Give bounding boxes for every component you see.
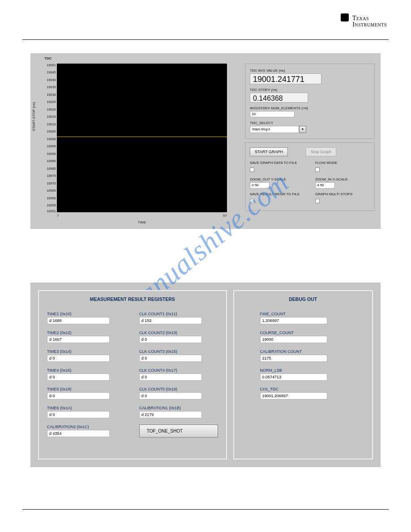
tof-one-shot-button[interactable]: TOF_ONE_SHOT [139, 425, 218, 438]
reg-value[interactable]: d 0 [139, 373, 202, 381]
controls-group: START GRAPH Stop Graph SAVE GRAPH DATA T… [245, 142, 375, 211]
reg-value[interactable]: d 1667 [47, 336, 110, 343]
ytick: 18955 [47, 204, 56, 207]
reg-value[interactable]: d 2179 [139, 411, 202, 418]
debug-label: FINE_COUNT [260, 312, 364, 316]
ytick: 19040 [47, 78, 56, 82]
ytick: 18990 [47, 152, 56, 156]
reg-value[interactable]: d 0 [47, 411, 110, 418]
tdc-select-value[interactable]: Start-Stop1 [250, 126, 299, 133]
numel-input[interactable]: 10 [250, 111, 295, 117]
reg-label: CLK COUNT5 (0x19) [139, 387, 218, 391]
page-header: Texas Instruments [22, 13, 389, 36]
avg-label: TDC AVG VALUE (ns) [250, 69, 370, 73]
zoom-out-input[interactable]: d 50 [250, 182, 270, 189]
multi-stops-checkbox[interactable] [315, 199, 320, 203]
measurement-registers-panel: MEASUREMENT RESULT REGISTERS TIME1 (0x10… [38, 290, 227, 459]
save-graph-label: SAVE GRAPH DATA TO FILE [250, 161, 304, 165]
avg-readout: 19001.241771 [250, 73, 321, 84]
reg-value[interactable]: d 0 [139, 392, 202, 399]
ytick: 19045 [47, 71, 56, 74]
save-regr-label: SAVE RESULT REGR TO FILE [250, 192, 304, 196]
x-axis-label: TIME [57, 220, 227, 224]
footer-rule [22, 509, 389, 510]
debug-out-panel: DEBUG OUT FINE_COUNT1.206897 COURSE_COUN… [233, 290, 373, 459]
reg-value[interactable]: d 152 [139, 317, 202, 324]
reg-label: TIME4 (0x16) [47, 368, 126, 373]
chart-area: START-STOP (ns) 19051 19045 19040 19035 … [43, 64, 236, 224]
xtick-max: 57 [223, 214, 227, 218]
debug-label: NORM_LSB [260, 368, 364, 373]
registers-panel: MEASUREMENT RESULT REGISTERS TIME1 (0x10… [30, 283, 381, 467]
stdev-readout: 0.146368 [250, 93, 308, 103]
header-rule [22, 39, 389, 40]
debug-label: CH1_TDC [260, 387, 364, 391]
zoom-in-input[interactable]: d 50 [315, 182, 335, 189]
reg-col-2: CLK COUNT1 (0x11)d 152 CLK COUNT2 (0x13)… [139, 312, 218, 443]
reg-value[interactable]: d 4354 [47, 430, 110, 437]
debug-value[interactable]: 1.206897 [260, 317, 327, 324]
tdc-title: TDC [44, 56, 51, 60]
reg-label: TIME6 (0x1A) [47, 406, 126, 410]
debug-title: DEBUG OUT [242, 296, 364, 302]
flow-mode-label: FLOW MODE [315, 161, 370, 165]
debug-label: COURSE_COUNT [260, 330, 364, 335]
ytick: 19051 [47, 64, 56, 67]
reg-label: CALIBRATION2 (0x1C) [47, 425, 126, 429]
xtick-min: 7 [57, 214, 59, 218]
reg-label: CLK COUNT1 (0x11) [139, 312, 218, 316]
ytick: 18951 [47, 210, 56, 213]
ytick: 18970 [47, 182, 56, 185]
debug-label: CALIBRATION COUNT [260, 349, 364, 354]
ti-chip-icon [341, 13, 349, 21]
ytick: 19015 [47, 115, 56, 119]
y-ticks: 19051 19045 19040 19035 19030 19025 1902… [41, 64, 56, 212]
debug-value[interactable]: 19000 [260, 336, 327, 343]
reg-value[interactable]: d 0 [47, 355, 110, 362]
save-graph-checkbox[interactable] [250, 167, 254, 172]
debug-value[interactable]: 19001.206897 [260, 392, 327, 399]
ytick: 18980 [47, 167, 56, 171]
ytick: 18975 [47, 174, 56, 178]
reg-label: TIME5 (0x18) [47, 387, 126, 391]
side-panel: TDC AVG VALUE (ns) 19001.241771 TDC STDE… [245, 64, 375, 224]
reg-value[interactable]: d 1688 [47, 317, 110, 324]
reg-value[interactable]: d 0 [139, 355, 202, 362]
measurement-title: MEASUREMENT RESULT REGISTERS [47, 296, 218, 302]
ytick: 19030 [47, 93, 56, 97]
logo-line2: Instruments [352, 21, 387, 28]
reg-label: CALIBRATION1 (0x1B) [139, 406, 218, 410]
ytick: 18965 [47, 189, 56, 193]
reg-col-1: TIME1 (0x10)d 1688 TIME2 (0x12)d 1667 TI… [47, 312, 126, 443]
ytick: 18985 [47, 159, 56, 163]
stdev-label: TDC STDEV (ns) [250, 88, 370, 92]
numel-label: AVG/STDEV NUM_ELEMENTS (>0) [250, 106, 370, 110]
reg-label: TIME3 (0x14) [47, 349, 126, 354]
start-graph-button[interactable]: START GRAPH [250, 147, 288, 156]
multi-stops-label: GRAPH MULTI STOPS [315, 192, 370, 196]
ytick: 19010 [47, 123, 56, 126]
ytick: 19000 [47, 137, 56, 141]
flow-mode-checkbox[interactable] [315, 167, 320, 172]
reg-label: CLK COUNT3 (0x15) [139, 349, 218, 354]
readout-group: TDC AVG VALUE (ns) 19001.241771 TDC STDE… [245, 64, 375, 139]
trace-line [57, 137, 227, 137]
stop-graph-button[interactable]: Stop Graph [306, 147, 336, 156]
tdc-select-dropdown-button[interactable]: ▾ [299, 126, 306, 133]
reg-label: TIME2 (0x12) [47, 330, 126, 335]
tdc-panel: TDC START-STOP (ns) 19051 19045 19040 19… [30, 53, 381, 229]
ytick: 19005 [47, 130, 56, 133]
reg-label: CLK COUNT4 (0x17) [139, 368, 218, 373]
ytick: 19025 [47, 100, 56, 104]
reg-value[interactable]: d 0 [139, 336, 202, 343]
y-axis-label: START-STOP (ns) [32, 102, 36, 131]
save-regr-checkbox[interactable] [250, 199, 254, 203]
ti-logo: Texas Instruments [341, 13, 387, 28]
debug-value[interactable]: 0.0574713 [260, 373, 327, 381]
plot-canvas[interactable] [57, 64, 227, 212]
reg-value[interactable]: d 0 [47, 373, 110, 381]
chevron-down-icon: ▾ [302, 127, 304, 131]
reg-value[interactable]: d 0 [47, 392, 110, 399]
debug-value[interactable]: 2175 [260, 355, 327, 362]
zoom-out-label: ZOOM_OUT Y-SCALE [250, 177, 304, 181]
